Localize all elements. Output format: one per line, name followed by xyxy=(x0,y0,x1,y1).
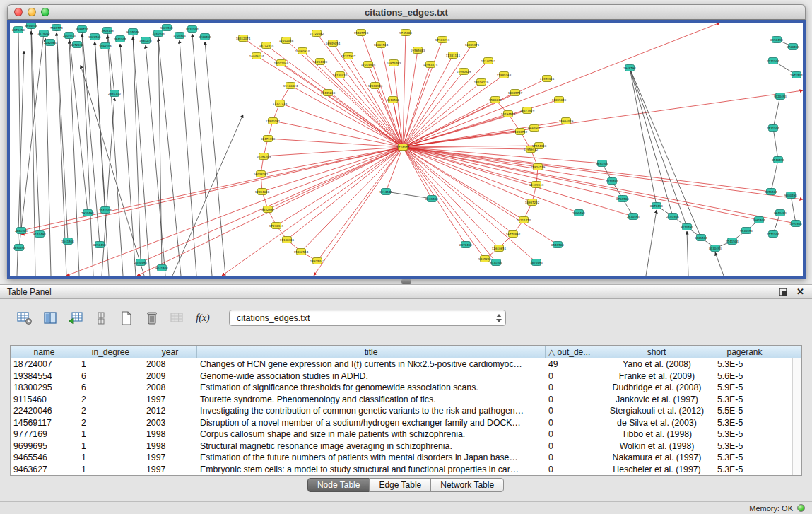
graph-edge[interactable] xyxy=(21,147,403,235)
graph-edge[interactable] xyxy=(403,23,720,147)
graph-node[interactable]: 2851504 xyxy=(765,189,777,195)
graph-node[interactable]: 2107073 xyxy=(63,33,76,39)
graph-node[interactable]: 8761504 xyxy=(616,196,629,202)
graph-node[interactable]: 8950493 xyxy=(770,37,783,43)
graph-node[interactable]: 1661504 xyxy=(753,217,765,223)
graph-node[interactable]: 8250493 xyxy=(93,242,106,248)
graph-node[interactable]: 2971504 xyxy=(790,72,803,78)
graph-node[interactable]: 1531504 xyxy=(767,125,779,132)
close-panel-icon[interactable]: ✕ xyxy=(796,287,805,296)
graph-node[interactable]: 15487793 xyxy=(354,30,369,36)
graph-node[interactable]: 2282064 xyxy=(44,40,57,46)
graph-node[interactable]: 9580649 xyxy=(489,97,502,103)
graph-edge[interactable] xyxy=(403,147,524,220)
table-options-button[interactable] xyxy=(14,308,35,327)
graph-edge[interactable] xyxy=(687,231,688,276)
graph-node[interactable]: 2470458 xyxy=(12,27,25,33)
graph-node[interactable]: 10973493 xyxy=(387,60,401,66)
table-row[interactable]: 946554611997Estimation of the future num… xyxy=(11,452,801,464)
graph-edge[interactable] xyxy=(133,32,141,262)
graph-node[interactable]: 2651330 xyxy=(108,90,121,97)
graph-node[interactable]: 1771504 xyxy=(767,231,779,238)
graph-node[interactable]: 1914545 xyxy=(379,189,392,195)
graph-node[interactable]: 9880493 xyxy=(784,192,797,199)
tab-edge-table[interactable]: Edge Table xyxy=(369,478,431,492)
graph-node[interactable]: 2530493 xyxy=(627,214,640,220)
graph-node[interactable]: 18661504 xyxy=(374,42,389,48)
column-header-name[interactable]: name xyxy=(11,346,78,358)
graph-edge[interactable] xyxy=(403,55,453,147)
graph-edge[interactable] xyxy=(403,147,499,248)
table-vertical-scrollbar[interactable] xyxy=(792,358,801,475)
graph-edge[interactable] xyxy=(403,64,430,147)
graph-edge[interactable] xyxy=(403,75,504,147)
graph-edge[interactable] xyxy=(715,252,724,276)
graph-edge[interactable] xyxy=(222,147,403,276)
graph-edge[interactable] xyxy=(403,146,539,147)
graph-edge[interactable] xyxy=(646,210,657,276)
graph-node[interactable]: 18957202 xyxy=(525,199,540,206)
graph-node[interactable]: 8430493 xyxy=(709,245,722,252)
graph-node[interactable]: 18312074 xyxy=(236,35,251,42)
graph-node[interactable]: 1704504 xyxy=(173,33,186,39)
graph-node[interactable]: 9320493 xyxy=(774,93,787,100)
graph-edge[interactable] xyxy=(773,128,778,160)
graph-node[interactable]: 1724077 xyxy=(396,144,409,151)
table-row[interactable]: 1456911722003Disruption of a novel membe… xyxy=(11,417,801,429)
graph-node[interactable]: 9610566 xyxy=(387,97,399,103)
graph-node[interactable]: 11895049 xyxy=(552,97,567,103)
graph-edge[interactable] xyxy=(403,45,472,147)
graph-edge[interactable] xyxy=(403,147,803,199)
graph-node[interactable]: 16038292 xyxy=(254,171,269,177)
graph-edge[interactable] xyxy=(773,96,780,128)
graph-node[interactable]: 11840191 xyxy=(266,118,281,124)
graph-node[interactable]: 1091504 xyxy=(789,221,802,227)
graph-node[interactable]: 15166824 xyxy=(283,83,298,89)
graph-edge[interactable] xyxy=(133,37,150,276)
graph-node[interactable]: 1675042 xyxy=(37,30,50,37)
graph-node[interactable]: 8944018 xyxy=(25,23,37,29)
graph-edge[interactable] xyxy=(18,30,21,230)
graph-edge[interactable] xyxy=(107,35,123,276)
graph-node[interactable]: 2841505 xyxy=(114,36,126,42)
graph-node[interactable]: 9745083 xyxy=(399,30,412,36)
graph-edge[interactable] xyxy=(205,42,225,276)
graph-node[interactable]: 2881504 xyxy=(15,228,28,234)
graph-edge[interactable] xyxy=(66,147,403,276)
tab-network-table[interactable]: Network Table xyxy=(430,478,504,492)
graph-node[interactable]: 8870493 xyxy=(650,203,663,209)
graph-node[interactable]: 11381111 xyxy=(446,52,461,59)
table-row[interactable]: 1938455462009Genome-wide association stu… xyxy=(11,370,801,382)
table-row[interactable]: 969969511998Structural magnetic resonanc… xyxy=(11,440,801,452)
destroy-table-button[interactable] xyxy=(167,308,188,327)
graph-node[interactable]: 16477529 xyxy=(520,107,535,114)
graph-node[interactable]: 9640493 xyxy=(774,210,787,216)
column-header-title[interactable]: title xyxy=(197,346,546,358)
graph-node[interactable]: 18022068 xyxy=(274,60,289,66)
graph-edge[interactable] xyxy=(317,147,403,261)
graph-node[interactable]: 17240341 xyxy=(269,223,284,229)
graph-node[interactable]: 8588714 xyxy=(76,26,88,33)
graph-node[interactable]: 9110493 xyxy=(33,231,46,238)
graph-node[interactable]: 9651504 xyxy=(596,160,608,167)
graph-node[interactable]: 11254439 xyxy=(313,59,328,65)
graph-edge[interactable] xyxy=(630,68,701,238)
graph-node[interactable]: 10194514 xyxy=(501,111,516,117)
graph-edge[interactable] xyxy=(403,71,464,147)
graph-edge[interactable] xyxy=(268,147,403,209)
graph-node[interactable]: 1563275 xyxy=(139,37,152,44)
row-height-button[interactable] xyxy=(90,308,112,327)
graph-node[interactable]: 9441504 xyxy=(155,265,168,271)
graph-edge[interactable] xyxy=(403,147,538,167)
graph-node[interactable]: 7920493 xyxy=(81,210,94,216)
graph-node[interactable]: 7581774 xyxy=(50,25,63,31)
graph-edge[interactable] xyxy=(158,38,181,276)
import-table-button[interactable] xyxy=(65,308,86,327)
window-titlebar[interactable]: citations_edges.txt xyxy=(7,4,806,20)
graph-node[interactable]: 12202058 xyxy=(279,37,294,44)
column-header-short[interactable]: short xyxy=(599,346,714,358)
graph-edge[interactable] xyxy=(771,160,778,192)
graph-node[interactable]: 15824739 xyxy=(531,164,546,170)
graph-edge[interactable] xyxy=(95,42,109,276)
graph-node[interactable]: 8540493 xyxy=(772,157,784,163)
